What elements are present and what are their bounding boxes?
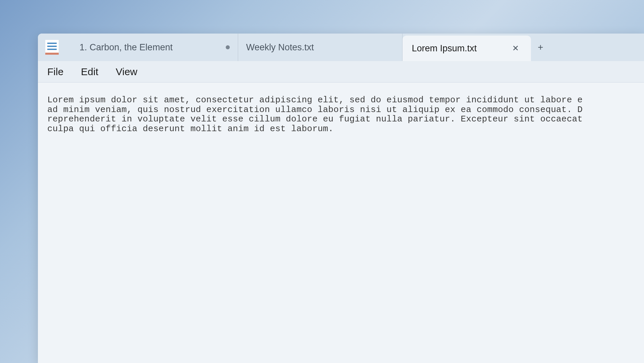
titlebar: 1. Carbon, the Element Weekly Notes.txt … (38, 34, 644, 61)
new-tab-button[interactable]: + (531, 34, 550, 61)
notepad-icon (45, 40, 59, 55)
notepad-window: 1. Carbon, the Element Weekly Notes.txt … (38, 34, 644, 363)
text-editor[interactable]: Lorem ipsum dolor sit amet, consectetur … (38, 83, 644, 363)
plus-icon: + (538, 42, 543, 53)
tab-label: Weekly Notes.txt (246, 42, 314, 53)
tab-lorem-ipsum[interactable]: Lorem Ipsum.txt ✕ (402, 36, 531, 61)
unsaved-indicator-icon (226, 45, 230, 49)
tab-label: 1. Carbon, the Element (79, 42, 173, 53)
tab-strip: 1. Carbon, the Element Weekly Notes.txt … (71, 34, 644, 61)
menu-edit[interactable]: Edit (81, 66, 98, 77)
close-tab-icon[interactable]: ✕ (509, 43, 522, 54)
menubar: File Edit View (38, 61, 644, 83)
tab-weekly-notes[interactable]: Weekly Notes.txt (238, 34, 402, 61)
tab-label: Lorem Ipsum.txt (412, 43, 477, 54)
menu-file[interactable]: File (47, 66, 63, 77)
menu-view[interactable]: View (116, 66, 137, 77)
tab-carbon-element[interactable]: 1. Carbon, the Element (71, 34, 238, 61)
